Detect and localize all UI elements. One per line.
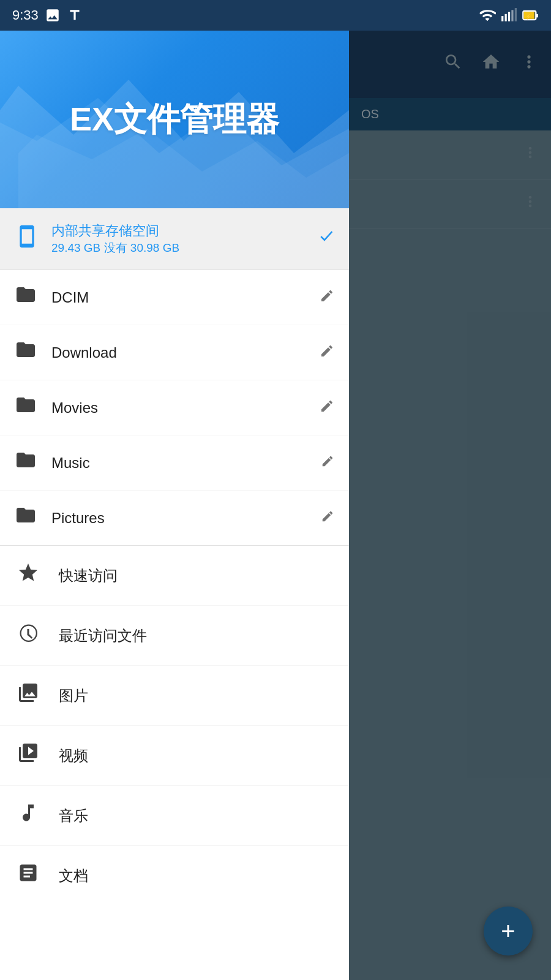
document-icon [15, 862, 42, 889]
folder-icon [15, 504, 37, 532]
nav-label-videos: 视频 [59, 746, 88, 766]
battery-icon: ⚡ [522, 7, 539, 24]
folder-icon [15, 449, 37, 477]
status-bar-left: 9:33 [12, 7, 83, 23]
folder-name-download: Download [51, 344, 305, 361]
folder-item-download[interactable]: Download [0, 325, 349, 380]
music-icon [15, 802, 42, 829]
svg-rect-3 [511, 10, 513, 21]
wifi-icon [479, 7, 496, 24]
nav-label-recent: 最近访问文件 [59, 626, 147, 646]
folder-name-dcim: DCIM [51, 289, 305, 306]
main-container: EX文件管理器 内部共享存储空间 29.43 GB 没有 30.98 GB [0, 31, 551, 980]
folder-name-pictures: Pictures [51, 510, 306, 527]
status-bar: 9:33 ⚡ [0, 0, 551, 31]
folder-item-movies[interactable]: Movies [0, 380, 349, 435]
signal-icon [501, 7, 517, 23]
nav-item-music[interactable]: 音乐 [0, 786, 349, 846]
folder-icon [15, 339, 37, 366]
folder-icon [15, 394, 37, 421]
svg-rect-0 [501, 16, 503, 21]
drawer-header: EX文件管理器 [0, 31, 349, 208]
nav-item-documents[interactable]: 文档 [0, 846, 349, 905]
nav-item-recent[interactable]: 最近访问文件 [0, 606, 349, 666]
folder-item-dcim[interactable]: DCIM [0, 270, 349, 325]
storage-info: 29.43 GB 没有 30.98 GB [51, 240, 302, 256]
drawer-overlay[interactable] [349, 31, 551, 980]
video-icon [15, 742, 42, 769]
star-icon [15, 562, 42, 589]
edit-icon-pictures[interactable] [321, 510, 334, 527]
drawer: EX文件管理器 内部共享存储空间 29.43 GB 没有 30.98 GB [0, 31, 349, 980]
storage-section[interactable]: 内部共享存储空间 29.43 GB 没有 30.98 GB [0, 208, 349, 270]
folder-name-music: Music [51, 454, 306, 472]
nav-label-pictures: 图片 [59, 686, 88, 706]
text-notification-icon [67, 7, 83, 23]
status-bar-right: ⚡ [479, 7, 539, 24]
folder-list: DCIM Download [0, 270, 349, 546]
nav-list: 快速访问 最近访问文件 图片 [0, 546, 349, 980]
edit-icon-download[interactable] [320, 344, 334, 362]
folder-item-music[interactable]: Music [0, 435, 349, 491]
image-gallery-icon [15, 682, 42, 709]
status-time: 9:33 [12, 7, 39, 23]
svg-rect-1 [505, 14, 507, 21]
history-icon [15, 622, 42, 649]
svg-rect-6 [536, 14, 538, 18]
svg-rect-2 [508, 12, 510, 21]
svg-text:⚡: ⚡ [525, 13, 533, 20]
folder-name-movies: Movies [51, 399, 305, 417]
edit-icon-music[interactable] [321, 454, 334, 472]
folder-icon [15, 284, 37, 311]
edit-icon-movies[interactable] [320, 399, 334, 417]
fab-button[interactable]: + [484, 907, 533, 956]
fab-plus-icon: + [501, 919, 515, 943]
nav-label-documents: 文档 [59, 866, 88, 886]
nav-item-videos[interactable]: 视频 [0, 726, 349, 786]
nav-item-pictures[interactable]: 图片 [0, 666, 349, 726]
folder-item-pictures[interactable]: Pictures [0, 491, 349, 545]
smartphone-icon [15, 224, 39, 254]
storage-check-icon [315, 227, 334, 251]
nav-label-music: 音乐 [59, 806, 88, 826]
edit-icon-dcim[interactable] [320, 288, 334, 307]
svg-rect-4 [515, 8, 517, 21]
storage-text: 内部共享存储空间 29.43 GB 没有 30.98 GB [51, 222, 302, 256]
nav-label-quick-access: 快速访问 [59, 566, 118, 586]
drawer-title: EX文件管理器 [70, 97, 279, 142]
nav-item-quick-access[interactable]: 快速访问 [0, 546, 349, 606]
image-notification-icon [45, 7, 61, 23]
storage-name: 内部共享存储空间 [51, 222, 302, 240]
